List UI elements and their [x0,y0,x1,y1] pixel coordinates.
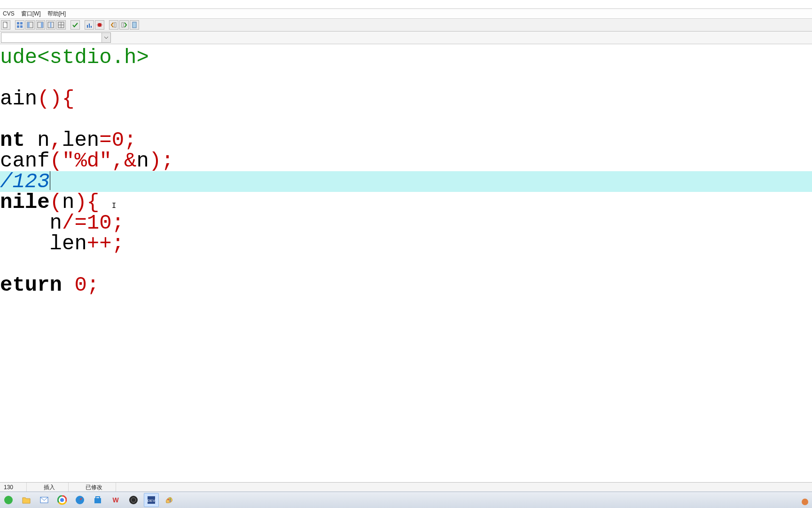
svg-rect-22 [122,23,124,27]
page-icon[interactable] [130,20,139,30]
svg-rect-14 [87,25,88,28]
code-line[interactable]: len++; [0,233,812,254]
status-state: 已修改 [86,483,116,492]
panel-tile-icon[interactable] [56,20,66,30]
chevron-down-icon[interactable] [102,33,110,42]
svg-rect-2 [20,22,23,24]
code-line[interactable] [0,109,812,130]
svg-text:DEV: DEV [148,499,156,503]
code-line[interactable]: ude<stdio.h> [0,47,812,68]
taskbar: W DEV [0,492,812,508]
svg-point-32 [129,496,138,504]
toolbar-combo-row [0,32,812,44]
svg-text:W: W [112,496,119,504]
svg-point-36 [168,499,169,500]
code-line[interactable] [0,254,812,275]
svg-point-39 [802,499,808,505]
menu-item-help[interactable]: 帮助[H] [47,10,66,18]
svg-rect-1 [17,22,19,24]
code-line[interactable]: ain(){ [0,88,812,109]
paint-icon[interactable] [162,493,177,507]
start-icon[interactable] [1,493,16,507]
svg-rect-3 [17,25,19,28]
mail-icon[interactable] [37,493,52,507]
menu-item-window[interactable]: 窗口[W] [21,10,41,18]
menubar: CVS 窗口[W] 帮助[H] [0,9,812,19]
dev-icon[interactable]: DEV [144,493,159,507]
toolbar [0,19,812,32]
statusbar: 130 插入 已修改 [0,482,812,492]
file-icon[interactable] [1,20,10,30]
store-icon[interactable] [90,493,105,507]
svg-rect-4 [20,25,23,28]
check-icon[interactable] [70,20,80,30]
panel-split-icon[interactable] [46,20,55,30]
svg-rect-15 [89,24,90,28]
grid-icon[interactable] [15,20,24,30]
code-line[interactable] [0,68,812,88]
code-line[interactable]: nt n,len=0; [0,130,812,151]
code-editor[interactable]: ude<stdio.h>ain(){nt n,len=0;canf("%d",&… [0,47,812,483]
status-mode: 插入 [44,483,69,492]
menu-item-cvs[interactable]: CVS [3,10,15,17]
panel-right-icon[interactable] [36,20,45,30]
window-titlebar [0,0,812,9]
status-column: 130 [4,483,27,492]
chrome-icon[interactable] [55,493,70,507]
code-line[interactable]: /123 [0,171,812,192]
svg-point-37 [170,499,171,500]
svg-point-28 [60,498,64,502]
svg-rect-6 [27,22,30,28]
bug-icon[interactable] [95,20,104,30]
obs-icon[interactable] [126,493,141,507]
tray-icon[interactable] [801,498,809,506]
safari-icon[interactable] [72,493,87,507]
svg-rect-23 [133,22,136,28]
barchart-icon[interactable] [85,20,94,30]
svg-point-24 [4,496,13,504]
text-cursor [50,171,50,190]
w-icon[interactable]: W [108,493,123,507]
code-line[interactable]: nile(n){ I [0,192,812,213]
system-tray[interactable] [801,498,809,506]
svg-rect-30 [94,498,101,503]
symbol-combo[interactable] [1,32,111,43]
code-line[interactable]: eturn 0; [0,275,812,295]
indent-right-icon[interactable] [119,20,129,30]
folder-icon[interactable] [19,493,34,507]
code-line[interactable]: n/=10; [0,213,812,233]
panel-left-icon[interactable] [25,20,35,30]
svg-rect-8 [41,22,43,28]
svg-rect-21 [114,23,116,27]
indent-left-icon[interactable] [109,20,118,30]
svg-point-38 [170,500,171,502]
code-line[interactable]: canf("%d",&n); [0,151,812,171]
svg-rect-16 [91,26,92,28]
